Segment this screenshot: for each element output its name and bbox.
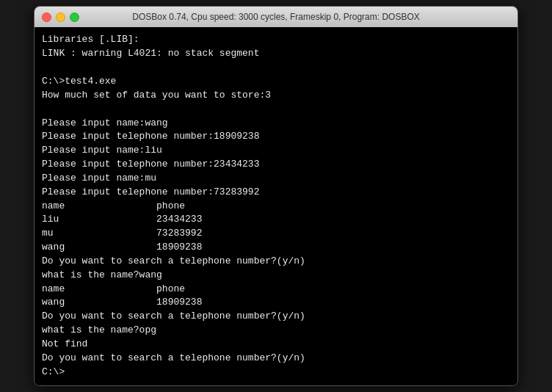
titlebar: DOSBox 0.74, Cpu speed: 3000 cycles, Fra… (34, 7, 518, 27)
terminal-line: C:\> (42, 366, 510, 380)
window-title: DOSBox 0.74, Cpu speed: 3000 cycles, Fra… (132, 12, 420, 22)
terminal-line: Please input telephone number:23434233 (42, 158, 510, 172)
terminal-line: Please input name:wang (42, 117, 510, 131)
terminal-line: mu 73283992 (42, 227, 510, 241)
terminal-line: Do you want to search a telephone number… (42, 255, 510, 269)
terminal-line: Please input name:liu (42, 144, 510, 158)
terminal-line: Please input name:mu (42, 172, 510, 186)
terminal-line: name phone (42, 283, 510, 297)
terminal-line: Do you want to search a telephone number… (42, 310, 510, 324)
dosbox-window: DOSBox 0.74, Cpu speed: 3000 cycles, Fra… (34, 6, 518, 385)
terminal-line: wang 18909238 (42, 241, 510, 255)
terminal-line: Please input telephone number:73283992 (42, 186, 510, 200)
terminal-line: LINK : warning L4021: no stack segment (42, 47, 510, 61)
terminal-line: wang 18909238 (42, 296, 510, 310)
terminal-line: liu 23434233 (42, 213, 510, 227)
terminal-line (42, 103, 510, 117)
close-button[interactable] (42, 12, 51, 22)
terminal-line: what is the name?opg (42, 324, 510, 338)
minimize-button[interactable] (56, 12, 65, 22)
terminal-line (42, 61, 510, 75)
terminal-line: Libraries [.LIB]: (42, 33, 510, 47)
terminal-line: name phone (42, 200, 510, 214)
terminal-line: Please input telephone number:18909238 (42, 130, 510, 144)
terminal-output[interactable]: Libraries [.LIB]:LINK : warning L4021: n… (34, 27, 518, 385)
terminal-line: Do you want to search a telephone number… (42, 352, 510, 366)
maximize-button[interactable] (70, 12, 79, 22)
terminal-line: Not find (42, 338, 510, 352)
terminal-line: How much set of data you want to store:3 (42, 89, 510, 103)
terminal-line: what is the name?wang (42, 269, 510, 283)
terminal-line: C:\>test4.exe (42, 75, 510, 89)
